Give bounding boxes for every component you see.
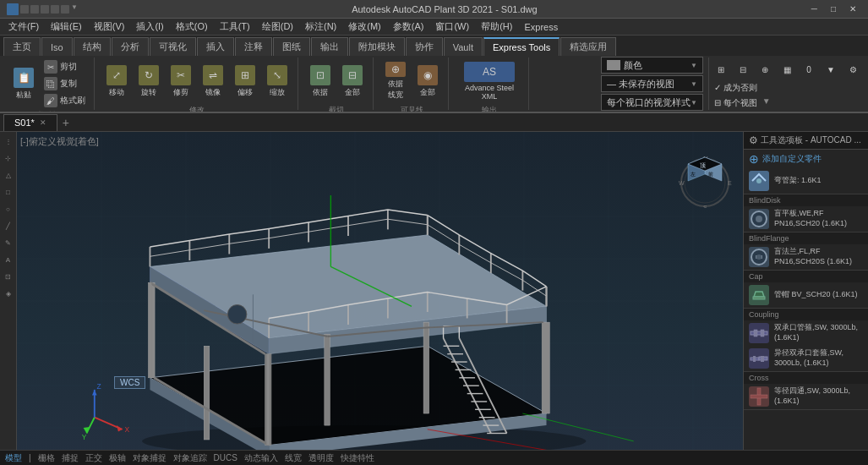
view-dropdown[interactable]: — 未保存的视图 — [601, 75, 703, 92]
quick-access-icon[interactable] — [20, 5, 29, 14]
trim-btn[interactable]: ✂ 修剪 — [166, 59, 196, 103]
left-tool-8[interactable]: A — [1, 252, 16, 267]
bend-pipe-item[interactable]: 弯管架: 1.6K1 — [744, 168, 868, 194]
cap-item[interactable]: 管帽 BV_SCH20 (1.6K1) — [744, 282, 868, 308]
maximize-btn[interactable]: □ — [826, 4, 841, 14]
left-tool-4[interactable]: □ — [1, 184, 16, 200]
tool5-btn[interactable]: 0 — [799, 59, 819, 79]
status-grid[interactable]: 栅格 — [38, 452, 55, 464]
status-snap[interactable]: 捕捉 — [62, 452, 79, 464]
left-tool-5[interactable]: ○ — [1, 201, 16, 216]
coupling-item2[interactable]: 异径双承口套箍,SW, 3000Lb, (1.6K1) — [744, 346, 868, 371]
svg-text:左: 左 — [691, 172, 696, 177]
status-lw[interactable]: 线宽 — [285, 452, 302, 464]
scale-btn[interactable]: ⤡ 缩放 — [262, 59, 292, 103]
menu-window[interactable]: 窗口(W) — [430, 19, 474, 34]
menu-file[interactable]: 文件(F) — [3, 19, 44, 34]
tab-output[interactable]: 输出 — [311, 37, 348, 56]
view-style-btn[interactable]: ⊟ 每个视图 — [711, 96, 761, 110]
section-btn[interactable]: ⊡ 依据 — [305, 59, 336, 103]
quick-access-dropdown[interactable]: ▼ — [71, 3, 83, 15]
left-tool-1[interactable]: ⋮ — [1, 134, 16, 149]
minimize-btn[interactable]: ─ — [806, 4, 822, 14]
menu-format[interactable]: 格式(O) — [171, 19, 213, 34]
left-tool-7[interactable]: ✎ — [1, 235, 16, 250]
quick-access-icon4[interactable] — [51, 5, 59, 14]
allvis-btn[interactable]: ◉ 金部 — [412, 59, 443, 103]
left-tool-10[interactable]: ◈ — [1, 286, 16, 301]
color-label: 颜色 — [624, 59, 642, 72]
advsteel-btn[interactable]: AS Advance Steel XML — [456, 59, 523, 103]
blindflange-item[interactable]: 盲法兰,FL,RFPN16,SCH20S (1.6K1) — [744, 244, 868, 270]
left-tool-9[interactable]: ⊡ — [1, 269, 16, 284]
menu-tools[interactable]: 工具(T) — [215, 19, 255, 34]
status-otrack[interactable]: 对象追踪 — [173, 452, 207, 464]
color-dropdown[interactable]: 颜色 — [601, 57, 703, 74]
copy-btn[interactable]: ⿻ 复制 — [41, 76, 89, 91]
tab-home[interactable]: 主页 — [3, 37, 41, 56]
tab-structure[interactable]: 结构 — [74, 37, 111, 56]
status-dyn[interactable]: 动态输入 — [244, 452, 278, 464]
add-custom-part-btn[interactable]: ⊕ 添加自定义零件 — [744, 150, 868, 168]
status-ducs[interactable]: DUCS — [214, 453, 237, 462]
tab-annotate[interactable]: 注释 — [235, 37, 272, 56]
blinddisk-item[interactable]: 盲平板,WE,RFPN16,SCH20 (1.6K1) — [744, 206, 868, 232]
offset-btn[interactable]: ⊞ 偏移 — [230, 59, 260, 103]
menu-help[interactable]: 帮助(H) — [476, 19, 517, 34]
tab-iso[interactable]: Iso — [41, 37, 73, 56]
tab-insert[interactable]: 插入 — [197, 37, 234, 56]
move-btn[interactable]: ⤢ 移动 — [101, 59, 132, 103]
doc-tab-s01[interactable]: S01* ✕ — [3, 114, 57, 131]
left-tool-2[interactable]: ⊹ — [1, 150, 16, 166]
tool4-btn[interactable]: ▦ — [777, 59, 797, 79]
mirror-check-btn[interactable]: ✓ 成为否则 — [711, 81, 761, 95]
visscale-btn[interactable]: ⊕ 依据线宽 — [380, 59, 411, 103]
panel-expand[interactable]: ▼ — [762, 96, 771, 110]
viewport-style-dropdown[interactable]: 每个视口的视觉样式 — [601, 94, 703, 111]
status-qp[interactable]: 快捷特性 — [341, 452, 374, 464]
tab-express[interactable]: Express Tools — [483, 37, 560, 56]
tab-visual[interactable]: 可视化 — [150, 37, 196, 56]
status-tp[interactable]: 透明度 — [308, 452, 334, 464]
tool7-btn[interactable]: ⚙ — [843, 59, 863, 79]
menu-draw[interactable]: 绘图(D) — [257, 19, 298, 34]
cross-item[interactable]: 等径四通,SW, 3000Lb, (1.6K1) — [744, 384, 868, 409]
tool2-btn[interactable]: ⊟ — [733, 59, 753, 79]
status-ortho[interactable]: 正交 — [85, 452, 102, 464]
tab-collab[interactable]: 协作 — [406, 37, 443, 56]
rotate-btn[interactable]: ↻ 旋转 — [134, 59, 164, 103]
menu-express[interactable]: Express — [519, 21, 563, 33]
menu-view[interactable]: 视图(V) — [89, 19, 130, 34]
quick-access-icon2[interactable] — [30, 5, 39, 14]
doc-tab-s01-close[interactable]: ✕ — [40, 118, 46, 127]
close-btn[interactable]: ✕ — [844, 4, 861, 14]
tab-addons[interactable]: 附加模块 — [349, 37, 405, 56]
left-tool-6[interactable]: ╱ — [1, 218, 16, 233]
tool6-btn[interactable]: ▼ — [821, 59, 841, 79]
tool1-btn[interactable]: ⊞ — [711, 59, 731, 79]
matchprop-btn[interactable]: 🖌 格式刷 — [41, 93, 89, 108]
paste-btn[interactable]: 📋 粘贴 — [8, 62, 39, 106]
menu-edit[interactable]: 编辑(E) — [46, 19, 87, 34]
menu-param[interactable]: 参数(A) — [388, 19, 429, 34]
tab-vault[interactable]: Vault — [444, 37, 483, 56]
quick-access-icon5[interactable] — [61, 5, 69, 14]
tab-sheet[interactable]: 图纸 — [273, 37, 310, 56]
menu-dimension[interactable]: 标注(N) — [300, 19, 341, 34]
quick-access-icon3[interactable] — [41, 5, 49, 14]
section2-btn[interactable]: ⊟ 金部 — [337, 59, 368, 103]
tab-featured[interactable]: 精选应用 — [560, 37, 616, 56]
status-polar[interactable]: 极轴 — [109, 452, 126, 464]
viewport[interactable]: X Y Z [-]俯定义视觉[着色] WCS N — [17, 132, 743, 465]
cut-btn[interactable]: ✂ 剪切 — [41, 59, 89, 74]
mirror-btn[interactable]: ⇌ 镜像 — [198, 59, 228, 103]
menu-insert[interactable]: 插入(I) — [131, 19, 168, 34]
status-osnap[interactable]: 对象捕捉 — [133, 452, 167, 464]
menu-modify[interactable]: 修改(M) — [343, 19, 386, 34]
left-tool-3[interactable]: △ — [1, 167, 16, 183]
nav-cube[interactable]: N 顶 左 前 S W E — [675, 140, 734, 200]
new-tab-btn[interactable]: + — [59, 116, 73, 129]
tab-analyze[interactable]: 分析 — [112, 37, 149, 56]
tool3-btn[interactable]: ⊕ — [755, 59, 775, 79]
coupling-item1[interactable]: 双承口管箍,SW, 3000Lb, (1.6K1) — [744, 320, 868, 346]
